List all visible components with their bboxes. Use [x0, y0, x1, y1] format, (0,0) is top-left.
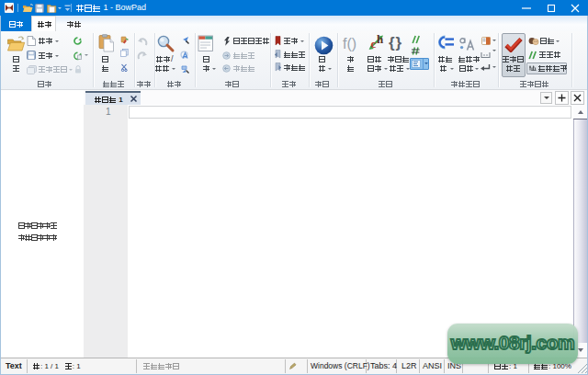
- svg-text:c: c: [371, 37, 377, 51]
- svg-text:h: h: [377, 33, 384, 46]
